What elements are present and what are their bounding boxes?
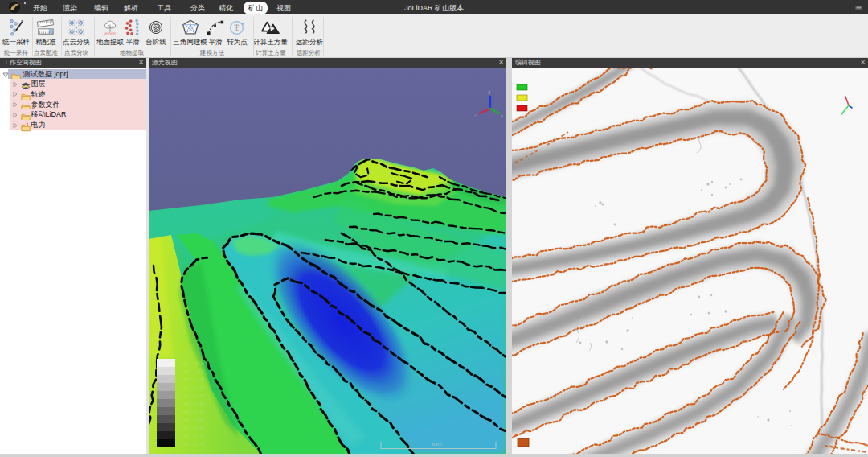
svg-text:1430 - 1438: 1430 - 1438 [181,401,204,406]
svg-text:1422 - 1430: 1422 - 1430 [181,393,204,398]
svg-text:1470 - 1478: 1470 - 1478 [181,442,204,447]
svg-text:x: x [474,113,477,117]
svg-text:63m: 63m [432,442,442,447]
svg-text:z: z [488,89,491,95]
svg-text:1398 - 1406: 1398 - 1406 [181,369,204,374]
svg-text:1446 - 1454: 1446 - 1454 [181,418,204,422]
svg-text:1454 - 1462: 1454 - 1462 [181,426,204,430]
svg-text:1438 - 1446: 1438 - 1446 [181,410,204,414]
svg-text:1406 - 1414: 1406 - 1414 [181,377,204,382]
svg-text:1414 - 1422: 1414 - 1422 [181,385,204,390]
svg-text:1390 - 1398: 1390 - 1398 [181,361,204,366]
svg-text:1462 - 1470: 1462 - 1470 [181,434,204,438]
svg-text:y: y [501,113,503,118]
